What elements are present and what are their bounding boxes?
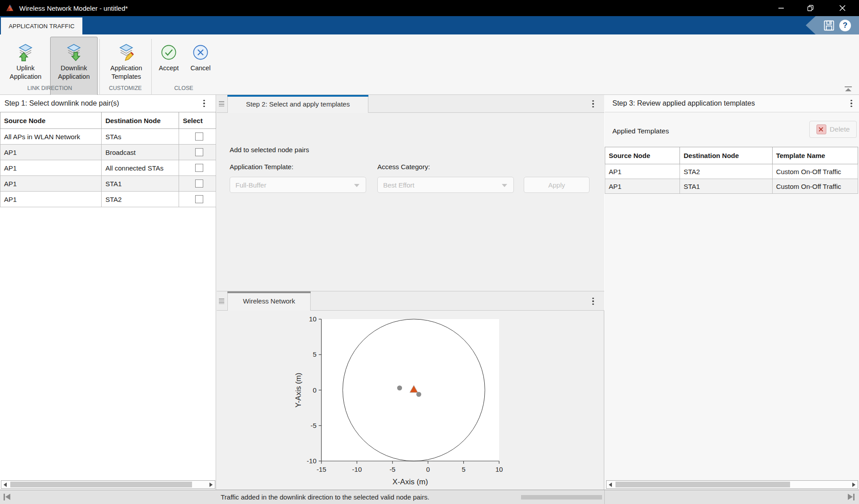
table-cell[interactable]: AP1 [0,176,102,192]
table-cell[interactable]: AP1 [605,164,680,179]
table-cell[interactable]: STA2 [680,164,772,179]
section-label-link-direction: LINK DIRECTION [0,85,99,91]
step1-kebab-menu-icon[interactable] [200,99,208,108]
application-template-dropdown[interactable]: Full-Buffer [230,177,366,193]
step3-header: Step 3: Review applied application templ… [605,95,859,112]
tab-wireless-network[interactable]: Wireless Network [227,291,311,311]
svg-text:5: 5 [462,466,465,473]
ribbon-tab-strip: APPLICATION TRAFFIC ? [0,16,859,34]
delete-button[interactable]: Delete [809,121,857,138]
step1-header: Step 1: Select downlink node pair(s) [0,95,216,112]
application-template-value: Full-Buffer [235,181,266,189]
table-cell[interactable]: Custom On-Off Traffic [772,179,858,194]
application-template-label: Application Template: [230,163,293,171]
table-cell[interactable]: AP1 [0,160,102,176]
table-cell[interactable]: AP1 [0,145,102,160]
table-cell[interactable]: Custom On-Off Traffic [772,164,858,179]
delete-label: Delete [830,125,850,133]
layers-pencil-icon [117,37,136,61]
step3-table[interactable]: Source NodeDestination NodeTemplate Name… [605,147,858,194]
table-cell[interactable]: AP1 [0,192,102,207]
table-cell[interactable]: All APs in WLAN Network [0,129,102,145]
apply-button[interactable]: Apply [524,177,590,193]
access-category-dropdown[interactable]: Best Effort [377,177,514,193]
table-cell[interactable]: STA2 [102,192,179,207]
chevron-down-icon [502,184,507,187]
table-row[interactable]: AP1STA2 [0,192,216,207]
column-header[interactable]: Source Node [605,147,680,164]
chevron-down-icon [354,184,359,187]
add-to-node-pairs-label: Add to selected node pairs [230,146,309,154]
help-icon[interactable]: ? [839,20,851,31]
checkbox-cell[interactable] [179,192,216,207]
save-icon[interactable] [823,20,835,31]
skip-to-start-icon[interactable] [4,494,12,500]
svg-text:-5: -5 [311,422,316,429]
collapse-ribbon-icon[interactable] [843,86,853,93]
table-cell[interactable]: Broadcast [102,145,179,160]
column-header[interactable]: Destination Node [680,147,772,164]
status-divider [604,490,605,504]
table-cell[interactable]: All connected STAs [102,160,179,176]
table-cell[interactable]: AP1 [605,179,680,194]
busy-indicator [521,495,602,500]
table-row[interactable]: AP1Broadcast [0,145,216,160]
tab-step2-label: Step 2: Select and apply templates [246,100,350,108]
table-row[interactable]: All APs in WLAN NetworkSTAs [0,129,216,145]
sta-node-marker [397,385,402,390]
close-button[interactable] [831,0,854,16]
checkbox-cell[interactable] [179,160,216,176]
skip-to-end-icon[interactable] [848,494,856,500]
panel-drag-handle-icon[interactable] [218,99,225,109]
maximize-button[interactable] [799,0,821,16]
tab-step2[interactable]: Step 2: Select and apply templates [227,95,368,113]
table-cell[interactable]: STAs [102,129,179,145]
step2-kebab-menu-icon[interactable] [589,99,597,108]
table-cell[interactable]: STA1 [102,176,179,192]
column-header[interactable]: Destination Node [102,112,179,129]
layers-up-arrow-icon [16,37,35,61]
checkbox-cell[interactable] [179,129,216,145]
scroll-left-icon[interactable] [4,483,7,487]
step3-kebab-menu-icon[interactable] [847,99,855,108]
minimize-button[interactable] [770,0,792,16]
tab-application-traffic[interactable]: APPLICATION TRAFFIC [1,17,82,34]
row-select-checkbox[interactable] [195,195,203,203]
table-row[interactable]: AP1STA1 [0,176,216,192]
network-view-kebab-menu-icon[interactable] [589,297,597,306]
delete-x-icon [816,124,826,134]
step1-horizontal-scrollbar[interactable] [1,480,215,489]
checkbox-cell[interactable] [179,145,216,160]
matlab-logo-icon [5,3,15,13]
row-select-checkbox[interactable] [195,148,203,156]
accept-label: Accept [159,64,179,73]
applied-templates-label: Applied Templates [612,127,669,135]
row-select-checkbox[interactable] [195,164,203,172]
window-title: Wireless Network Modeler - untitled* [19,4,128,12]
scrollbar-thumb[interactable] [10,482,192,487]
column-header[interactable]: Template Name [772,147,858,164]
scroll-right-icon[interactable] [209,483,213,487]
table-row[interactable]: AP1STA2Custom On-Off Traffic [605,164,858,179]
column-header[interactable]: Select [179,112,216,129]
scroll-left-icon[interactable] [609,483,612,487]
network-view-tab-strip: Wireless Network [217,291,604,311]
step1-table[interactable]: Source NodeDestination NodeSelectAll APs… [0,112,216,207]
table-row[interactable]: AP1All connected STAs [0,160,216,176]
network-plot: -15-10-50510-10-50510X-Axis (m)Y-Axis (m… [217,311,604,490]
svg-text:5: 5 [313,350,316,358]
sta-node-marker [416,392,421,397]
step3-horizontal-scrollbar[interactable] [606,480,858,489]
table-cell[interactable]: STA1 [680,179,772,194]
row-select-checkbox[interactable] [195,179,203,188]
row-select-checkbox[interactable] [195,132,203,141]
scroll-right-icon[interactable] [852,483,855,487]
x-axis-label: X-Axis (m) [393,478,428,486]
column-header[interactable]: Source Node [0,112,102,129]
table-row[interactable]: AP1STA1Custom On-Off Traffic [605,179,858,194]
panel-drag-handle-icon[interactable] [218,296,225,306]
svg-text:10: 10 [496,466,503,473]
circle-x-icon [192,37,209,61]
checkbox-cell[interactable] [179,176,216,192]
scrollbar-thumb[interactable] [615,482,790,487]
